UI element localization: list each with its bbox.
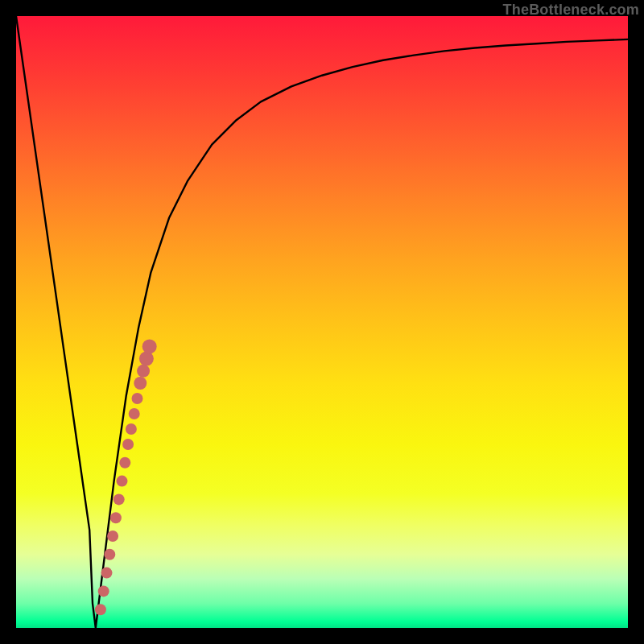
highlight-dot — [142, 339, 157, 353]
highlight-dot — [129, 408, 140, 419]
chart-overlay — [16, 16, 628, 628]
highlight-dot — [104, 549, 115, 560]
highlight-dot — [98, 585, 109, 597]
highlight-dot — [95, 604, 106, 615]
highlight-dot — [126, 423, 137, 435]
highlight-dot — [114, 493, 125, 505]
highlight-dot — [137, 365, 150, 378]
plot-area — [16, 16, 628, 628]
highlight-dot — [116, 476, 127, 487]
highlight-dot — [110, 512, 122, 523]
highlight-dot — [122, 439, 134, 450]
highlight-dot — [119, 457, 130, 469]
highlight-dot — [131, 393, 142, 404]
highlight-dot — [101, 568, 112, 579]
highlight-dot — [139, 352, 154, 366]
highlight-dots — [95, 339, 157, 615]
highlight-dot — [107, 530, 118, 542]
highlight-dot — [134, 377, 147, 390]
chart-container: TheBottleneck.com — [0, 0, 644, 644]
